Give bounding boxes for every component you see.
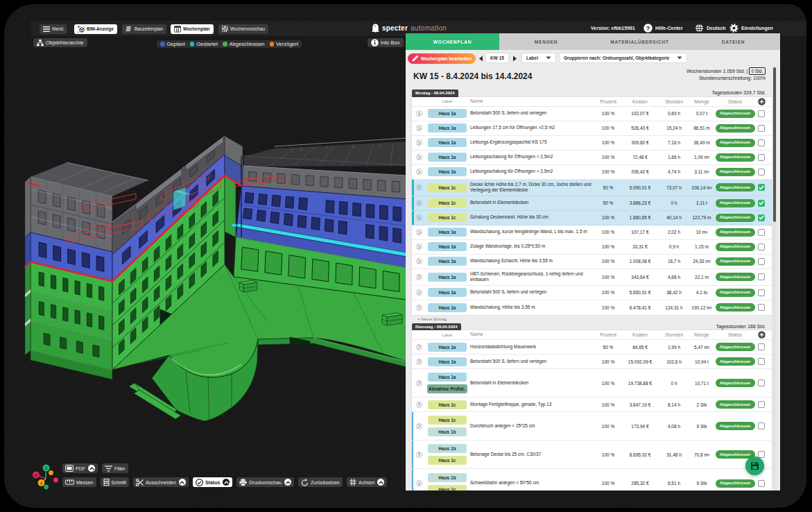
expand-row-button[interactable] [416,305,422,311]
row-checkbox[interactable] [758,423,765,429]
row-checkbox[interactable] [758,214,765,221]
settings-button[interactable]: Einstellungen [729,24,773,33]
status-badge[interactable]: Abgeschlossen [716,214,755,222]
status-badge[interactable]: Abgeschlossen [716,450,755,459]
topbar-bim_view-button[interactable]: BIM-Anzeige [74,24,117,34]
tab-mengen[interactable]: MENGEN [499,33,593,50]
viewer-tool-zuruecksetzen[interactable]: Zurücksetzen [298,477,343,487]
topbar-bauzeitenplan-button[interactable]: Bauzeitenplan [122,24,166,34]
label-chip[interactable]: Haus 1a [428,288,467,297]
add-row-button[interactable] [756,98,772,105]
expand-row-button[interactable] [416,359,422,365]
row-checkbox[interactable] [758,379,765,386]
tab-dateien[interactable]: DATEIEN [686,33,780,50]
expand-row-button[interactable] [416,480,422,486]
row-checkbox[interactable] [758,125,765,132]
task-row[interactable]: Haus 1aBetonstahl 500 S, liefern und ver… [412,286,772,300]
status-badge[interactable]: Abgeschlossen [716,422,755,430]
topbar-menu-button[interactable]: Menü [40,24,67,34]
status-badge[interactable]: Abgeschlossen [716,343,755,351]
status-badge[interactable]: Abgeschlossen [716,183,755,191]
expand-row-button[interactable] [416,110,422,117]
label-chip[interactable]: Haus 1a [428,273,467,282]
expand-row-button[interactable] [416,258,422,264]
task-row[interactable]: Haus 1aBetonstahl 500 S, liefern und ver… [412,107,772,121]
expand-druckvorschau-button[interactable] [284,479,291,486]
row-checkbox[interactable] [758,289,765,296]
topbar-wochenvorschau-button[interactable]: Wochenvorschau [218,24,268,34]
task-row[interactable]: Haus 1cDecke lichte Höhe bis 2,7 m, Dick… [412,180,772,196]
expand-row-button[interactable] [416,244,422,250]
row-checkbox[interactable] [758,200,765,207]
expand-row-button[interactable] [416,185,422,191]
label-filter-select[interactable]: Label [521,53,556,63]
viewer-tool-ausschneiden[interactable]: Ausschneiden [133,477,189,487]
row-checkbox[interactable] [758,358,765,365]
expand-row-button[interactable] [416,380,422,386]
expand-row-button[interactable] [416,139,422,146]
help-center-button[interactable]: ?Hilfe-Center [643,24,683,33]
task-row[interactable]: Haus 1aHorizontalabdichtung Mauerwerk50 … [412,340,772,355]
status-badge[interactable]: Abgeschlossen [716,257,755,266]
expand-pdf-button[interactable] [88,465,95,472]
viewer-tool-status[interactable]: Status [193,477,232,487]
label-chip[interactable]: Haus 1b [428,444,467,453]
label-chip[interactable]: Haus 1a [428,228,467,237]
row-checkbox[interactable] [758,229,765,236]
status-badge[interactable]: Abgeschlossen [716,273,755,281]
viewer-tool-filter[interactable]: Filter [102,463,128,473]
row-checkbox[interactable] [758,139,765,146]
status-badge[interactable]: Abgeschlossen [716,289,755,297]
status-badge[interactable]: Abgeschlossen [716,124,755,133]
status-badge[interactable]: Abgeschlossen [716,379,755,387]
new-entry-button[interactable]: + Neuer Eintrag [417,317,780,321]
axis-neg-x-handle[interactable] [53,478,58,483]
row-checkbox[interactable] [758,154,765,161]
viewer-tool-achsen[interactable]: Achsen [347,477,387,487]
add-row-button[interactable] [756,331,772,339]
expand-row-button[interactable] [416,125,422,131]
axis-gizmo[interactable]: Z X Y [28,459,64,495]
task-row[interactable]: Haus 1aLeibungsschalung für Öffnungen > … [412,165,772,180]
week-selector[interactable]: KW 15 [485,53,509,63]
label-chip[interactable]: Haus 1a [428,242,467,251]
status-badge[interactable]: Abgeschlossen [716,153,755,162]
viewer-tool-druckvorschau[interactable]: Druckvorschau [236,477,294,487]
prev-week-button[interactable] [478,54,483,62]
label-chip[interactable]: Haus 1c [428,456,467,465]
expand-achsen-button[interactable] [377,479,384,486]
save-button[interactable] [745,456,764,475]
topbar-wochenplan-button[interactable]: Wochenplan [171,24,214,34]
expand-row-button[interactable] [416,214,422,221]
label-chip[interactable]: Haus 1a [428,303,467,312]
task-row[interactable]: Haus 1aWandschalung, kurze feingliedrige… [412,225,772,240]
task-row[interactable]: Haus 1bHaus 1cBetonage Decke bis 25 cm, … [412,441,772,469]
status-badge[interactable]: Abgeschlossen [716,168,755,176]
expand-row-button[interactable] [416,423,422,429]
row-checkbox[interactable] [758,110,765,117]
row-checkbox[interactable] [758,169,765,176]
task-row[interactable]: Haus 1bHaus 1cSchweißbahn anlegen < 50*5… [412,469,772,490]
label-chip[interactable]: Haus 1a [428,343,467,352]
task-row[interactable]: Haus 1aBetonstahl 500 S, liefern und ver… [412,355,772,369]
expand-row-button[interactable] [416,344,422,350]
label-chip[interactable]: Haus 1a [428,257,467,266]
label-chip[interactable]: Haus 1a [428,109,467,118]
task-row[interactable]: Haus 1aLeibungsschalung für Öffnungen > … [412,151,772,165]
tab-materialübersicht[interactable]: MATERIALÜBERSICHT [593,33,686,50]
expand-row-button[interactable] [416,402,422,408]
expand-row-button[interactable] [416,289,422,296]
viewer-tool-schnitt[interactable]: Schnitt [101,477,129,487]
label-chip[interactable]: Haus 1a [428,138,467,147]
row-checkbox[interactable] [758,184,765,191]
task-row[interactable]: Haus 1aLeibungen 17,5 cm für Öffnungen >… [412,121,772,136]
status-badge[interactable]: Abgeschlossen [716,199,755,207]
task-row[interactable]: Haus 1cMontage Fertigteiltreppe, gerade,… [412,398,772,412]
group-by-select[interactable]: Gruppieren nach: Ordnungszahl, Objektkat… [559,53,687,63]
expand-row-button[interactable] [416,169,422,175]
viewer-tool-pdf[interactable]: PDF [62,463,98,473]
task-row[interactable]: Haus 1aLeibungs-Ergänzungsspachtel KS 17… [412,136,772,151]
label-chip[interactable]: Haus 1a [428,373,467,382]
axis-neg-z-handle[interactable] [44,485,49,490]
row-checkbox[interactable] [758,258,765,265]
